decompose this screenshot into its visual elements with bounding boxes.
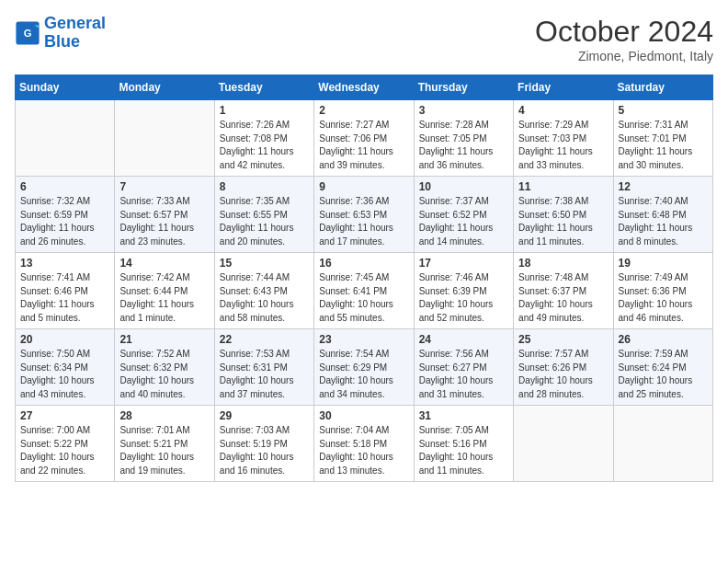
column-header-sunday: Sunday xyxy=(16,75,115,100)
calendar-cell: 8Sunrise: 7:35 AM Sunset: 6:55 PM Daylig… xyxy=(214,177,313,253)
day-number: 31 xyxy=(419,409,508,422)
calendar-cell: 24Sunrise: 7:56 AM Sunset: 6:27 PM Dayli… xyxy=(414,329,513,406)
day-number: 1 xyxy=(220,104,309,117)
calendar-cell: 6Sunrise: 7:32 AM Sunset: 6:59 PM Daylig… xyxy=(16,177,115,253)
calendar-cell: 23Sunrise: 7:54 AM Sunset: 6:29 PM Dayli… xyxy=(314,329,414,406)
title-block: October 2024 Zimone, Piedmont, Italy xyxy=(535,15,713,63)
day-info: Sunrise: 7:42 AM Sunset: 6:44 PM Dayligh… xyxy=(119,271,209,325)
day-info: Sunrise: 7:38 AM Sunset: 6:50 PM Dayligh… xyxy=(518,195,608,248)
column-header-friday: Friday xyxy=(514,75,613,100)
day-number: 11 xyxy=(518,180,608,193)
day-info: Sunrise: 7:00 AM Sunset: 5:22 PM Dayligh… xyxy=(20,424,109,477)
day-info: Sunrise: 7:45 AM Sunset: 6:41 PM Dayligh… xyxy=(319,271,408,325)
calendar-cell: 28Sunrise: 7:01 AM Sunset: 5:21 PM Dayli… xyxy=(115,406,214,482)
day-number: 15 xyxy=(220,257,309,270)
calendar-cell: 12Sunrise: 7:40 AM Sunset: 6:48 PM Dayli… xyxy=(613,177,712,253)
day-number: 27 xyxy=(20,409,109,422)
column-header-thursday: Thursday xyxy=(414,75,513,100)
calendar-cell: 18Sunrise: 7:48 AM Sunset: 6:37 PM Dayli… xyxy=(514,253,613,329)
day-info: Sunrise: 7:48 AM Sunset: 6:37 PM Dayligh… xyxy=(518,271,608,325)
day-number: 2 xyxy=(319,104,408,117)
day-info: Sunrise: 7:57 AM Sunset: 6:26 PM Dayligh… xyxy=(518,348,608,401)
calendar-cell xyxy=(16,100,115,177)
calendar-cell: 29Sunrise: 7:03 AM Sunset: 5:19 PM Dayli… xyxy=(214,406,313,482)
calendar-week-row: 27Sunrise: 7:00 AM Sunset: 5:22 PM Dayli… xyxy=(16,406,713,482)
day-info: Sunrise: 7:59 AM Sunset: 6:24 PM Dayligh… xyxy=(619,348,708,401)
calendar-cell: 26Sunrise: 7:59 AM Sunset: 6:24 PM Dayli… xyxy=(613,329,712,406)
day-info: Sunrise: 7:40 AM Sunset: 6:48 PM Dayligh… xyxy=(619,195,708,248)
day-number: 7 xyxy=(119,180,209,193)
calendar-week-row: 13Sunrise: 7:41 AM Sunset: 6:46 PM Dayli… xyxy=(16,253,713,329)
day-number: 26 xyxy=(619,333,708,346)
day-info: Sunrise: 7:46 AM Sunset: 6:39 PM Dayligh… xyxy=(419,271,508,325)
day-info: Sunrise: 7:49 AM Sunset: 6:36 PM Dayligh… xyxy=(619,271,708,325)
calendar-cell: 14Sunrise: 7:42 AM Sunset: 6:44 PM Dayli… xyxy=(115,253,214,329)
day-info: Sunrise: 7:26 AM Sunset: 7:08 PM Dayligh… xyxy=(220,119,309,172)
calendar-cell: 25Sunrise: 7:57 AM Sunset: 6:26 PM Dayli… xyxy=(514,329,613,406)
location-subtitle: Zimone, Piedmont, Italy xyxy=(535,49,713,63)
day-info: Sunrise: 7:54 AM Sunset: 6:29 PM Dayligh… xyxy=(319,348,408,401)
day-info: Sunrise: 7:33 AM Sunset: 6:57 PM Dayligh… xyxy=(119,195,209,248)
day-number: 21 xyxy=(119,333,209,346)
calendar-cell: 5Sunrise: 7:31 AM Sunset: 7:01 PM Daylig… xyxy=(613,100,712,177)
day-info: Sunrise: 7:32 AM Sunset: 6:59 PM Dayligh… xyxy=(20,195,109,248)
day-info: Sunrise: 7:35 AM Sunset: 6:55 PM Dayligh… xyxy=(220,195,309,248)
column-header-monday: Monday xyxy=(115,75,214,100)
day-number: 5 xyxy=(619,104,708,117)
calendar-cell xyxy=(613,406,712,482)
calendar-week-row: 20Sunrise: 7:50 AM Sunset: 6:34 PM Dayli… xyxy=(16,329,713,406)
day-number: 20 xyxy=(20,333,109,346)
day-info: Sunrise: 7:04 AM Sunset: 5:18 PM Dayligh… xyxy=(319,424,408,477)
logo-icon: G xyxy=(15,20,40,46)
day-number: 30 xyxy=(319,409,408,422)
day-number: 17 xyxy=(419,257,508,270)
day-info: Sunrise: 7:56 AM Sunset: 6:27 PM Dayligh… xyxy=(419,348,508,401)
calendar-cell: 1Sunrise: 7:26 AM Sunset: 7:08 PM Daylig… xyxy=(214,100,313,177)
day-info: Sunrise: 7:27 AM Sunset: 7:06 PM Dayligh… xyxy=(319,119,408,172)
day-info: Sunrise: 7:50 AM Sunset: 6:34 PM Dayligh… xyxy=(20,348,109,401)
calendar-cell: 19Sunrise: 7:49 AM Sunset: 6:36 PM Dayli… xyxy=(613,253,712,329)
day-info: Sunrise: 7:53 AM Sunset: 6:31 PM Dayligh… xyxy=(220,348,309,401)
day-number: 24 xyxy=(419,333,508,346)
day-info: Sunrise: 7:36 AM Sunset: 6:53 PM Dayligh… xyxy=(319,195,408,248)
day-info: Sunrise: 7:52 AM Sunset: 6:32 PM Dayligh… xyxy=(119,348,209,401)
day-number: 22 xyxy=(220,333,309,346)
calendar-cell: 11Sunrise: 7:38 AM Sunset: 6:50 PM Dayli… xyxy=(514,177,613,253)
day-number: 25 xyxy=(518,333,608,346)
logo-text: General Blue xyxy=(44,15,106,52)
day-info: Sunrise: 7:03 AM Sunset: 5:19 PM Dayligh… xyxy=(220,424,309,477)
column-header-wednesday: Wednesday xyxy=(314,75,414,100)
day-number: 28 xyxy=(119,409,209,422)
calendar-cell: 16Sunrise: 7:45 AM Sunset: 6:41 PM Dayli… xyxy=(314,253,414,329)
calendar-cell: 22Sunrise: 7:53 AM Sunset: 6:31 PM Dayli… xyxy=(214,329,313,406)
calendar-cell xyxy=(115,100,214,177)
day-number: 13 xyxy=(20,257,109,270)
column-header-saturday: Saturday xyxy=(613,75,712,100)
calendar-table: SundayMondayTuesdayWednesdayThursdayFrid… xyxy=(15,75,713,482)
column-header-tuesday: Tuesday xyxy=(214,75,313,100)
logo-line1: General xyxy=(44,14,106,32)
day-number: 12 xyxy=(619,180,708,193)
calendar-cell: 9Sunrise: 7:36 AM Sunset: 6:53 PM Daylig… xyxy=(314,177,414,253)
month-title: October 2024 xyxy=(535,15,713,49)
calendar-cell: 3Sunrise: 7:28 AM Sunset: 7:05 PM Daylig… xyxy=(414,100,513,177)
calendar-cell: 10Sunrise: 7:37 AM Sunset: 6:52 PM Dayli… xyxy=(414,177,513,253)
day-number: 29 xyxy=(220,409,309,422)
calendar-cell xyxy=(514,406,613,482)
calendar-cell: 13Sunrise: 7:41 AM Sunset: 6:46 PM Dayli… xyxy=(16,253,115,329)
day-number: 10 xyxy=(419,180,508,193)
calendar-cell: 4Sunrise: 7:29 AM Sunset: 7:03 PM Daylig… xyxy=(514,100,613,177)
day-number: 3 xyxy=(419,104,508,117)
calendar-week-row: 6Sunrise: 7:32 AM Sunset: 6:59 PM Daylig… xyxy=(16,177,713,253)
calendar-cell: 21Sunrise: 7:52 AM Sunset: 6:32 PM Dayli… xyxy=(115,329,214,406)
calendar-header-row: SundayMondayTuesdayWednesdayThursdayFrid… xyxy=(16,75,713,100)
day-number: 9 xyxy=(319,180,408,193)
day-number: 18 xyxy=(518,257,608,270)
day-number: 6 xyxy=(20,180,109,193)
day-info: Sunrise: 7:28 AM Sunset: 7:05 PM Dayligh… xyxy=(419,119,508,172)
calendar-cell: 7Sunrise: 7:33 AM Sunset: 6:57 PM Daylig… xyxy=(115,177,214,253)
calendar-cell: 2Sunrise: 7:27 AM Sunset: 7:06 PM Daylig… xyxy=(314,100,414,177)
day-info: Sunrise: 7:41 AM Sunset: 6:46 PM Dayligh… xyxy=(20,271,109,325)
day-info: Sunrise: 7:31 AM Sunset: 7:01 PM Dayligh… xyxy=(619,119,708,172)
day-info: Sunrise: 7:44 AM Sunset: 6:43 PM Dayligh… xyxy=(220,271,309,325)
